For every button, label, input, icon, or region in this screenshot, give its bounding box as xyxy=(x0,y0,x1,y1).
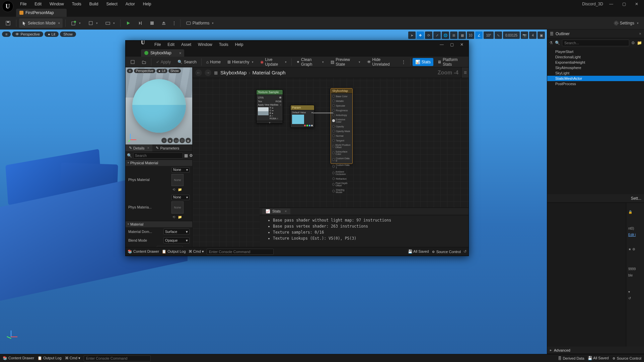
angle-snap[interactable]: ∠ xyxy=(475,32,483,39)
play-options-button[interactable]: ⋮ xyxy=(171,18,177,28)
result-pin-custom-data-0[interactable]: Custom Data 0 xyxy=(332,157,351,162)
viewport-menu-button[interactable]: ≡ xyxy=(2,32,11,37)
node-texture-sample[interactable]: Texture Sample UVs TexRGB Apply View Mip… xyxy=(256,89,283,124)
pin-uvs[interactable]: UVs xyxy=(258,96,264,99)
me-menu-asset[interactable]: Asset xyxy=(178,41,195,48)
output-log-button[interactable]: 📋 Output Log xyxy=(38,356,62,360)
source-control-button[interactable]: ⭘ Source Control xyxy=(612,356,641,360)
me-save-button[interactable] xyxy=(128,58,138,66)
result-pin-base-color[interactable]: Base Color xyxy=(332,95,351,98)
outliner-settings-icon[interactable]: ⚙ xyxy=(631,41,635,45)
ue-logo[interactable]: U xyxy=(2,1,13,12)
pin-b[interactable]: B ● xyxy=(270,112,278,114)
pin-g[interactable]: G ● xyxy=(270,109,278,112)
me-hide-unrelated-button[interactable]: 👁Hide Unrelated xyxy=(364,58,398,66)
outliner-item[interactable]: ExponentialHeight xyxy=(547,60,644,65)
me-preview-perspective[interactable]: Perspective xyxy=(134,69,155,73)
pin-b-out[interactable] xyxy=(309,125,310,126)
grid-snap-value[interactable]: 10 xyxy=(467,32,474,39)
stats-tab-close[interactable]: × xyxy=(285,209,287,214)
blueprint-button[interactable] xyxy=(85,18,100,28)
me-platform-stats-button[interactable]: 🖥Platform Stats xyxy=(435,58,467,66)
me-revision-reset[interactable]: ↺ xyxy=(463,249,467,254)
stats-tab[interactable]: 📈Stats× xyxy=(262,208,290,214)
node-material-result[interactable]: SkyboxMap Base ColorMetallicSpecularRoug… xyxy=(331,88,353,164)
use-selected-icon[interactable]: ⟲ xyxy=(171,187,176,192)
pin-rgb[interactable]: RGB xyxy=(276,100,281,103)
selection-mode-dropdown[interactable]: Selection Mode xyxy=(19,18,63,28)
outliner-item[interactable]: StaticMeshActor xyxy=(547,76,644,81)
pin-a-out[interactable] xyxy=(311,125,313,126)
world-local-toggle[interactable]: 🌐 xyxy=(442,32,449,39)
stop-button[interactable] xyxy=(147,18,157,28)
details-tab[interactable]: ✎Details× xyxy=(126,144,152,152)
preview-shape-cylinder[interactable]: ○ xyxy=(161,138,167,143)
me-browse-button[interactable] xyxy=(139,58,149,66)
me-all-saved-button[interactable]: 💾 All Saved xyxy=(408,249,429,254)
outliner-header[interactable]: ☰ Outliner × xyxy=(547,29,644,38)
outliner-close[interactable]: × xyxy=(639,32,641,36)
detail-edit-link[interactable]: Edit i xyxy=(626,232,644,238)
pin-a[interactable]: A ○ xyxy=(270,115,278,117)
camera-speed[interactable]: 📷 xyxy=(521,32,528,39)
viewport-perspective-button[interactable]: 👁 Perspective xyxy=(12,32,43,37)
platforms-button[interactable]: Platforms xyxy=(183,18,217,28)
me-maximize-button[interactable]: ▢ xyxy=(447,41,456,48)
material-domain-dd[interactable]: Surface▾ xyxy=(163,229,190,235)
detail-lock-icon[interactable]: 🔒 xyxy=(626,209,644,215)
save-button[interactable] xyxy=(3,18,13,28)
settings-button[interactable]: Settings xyxy=(611,18,641,28)
detail-value1[interactable]: 9999 xyxy=(626,266,644,272)
me-console-input[interactable] xyxy=(207,249,274,255)
me-output-log-button[interactable]: 📋 Output Log xyxy=(162,249,186,254)
phys-material-thumb[interactable]: None xyxy=(171,174,184,186)
detail-settings-icons[interactable]: ★ ⚙ xyxy=(626,246,644,252)
browse-to-icon[interactable]: 📁 xyxy=(177,187,182,192)
result-pin-ambient-occlusion[interactable]: Ambient Occlusion xyxy=(332,171,351,175)
advanced-row[interactable]: ▸ Advanced xyxy=(547,347,644,354)
me-asset-tab[interactable]: SkyboxMap × xyxy=(141,49,184,57)
phys-material-mask-thumb[interactable]: None xyxy=(171,201,184,214)
material-editor-window[interactable]: U File Edit Asset Window Tools Help — ▢ … xyxy=(125,40,469,256)
outliner-item[interactable]: PlayerStart xyxy=(547,49,644,54)
me-hierarchy-button[interactable]: ⊞Hierarchy xyxy=(225,58,256,66)
me-apply-button[interactable]: ✔Apply xyxy=(153,58,173,66)
palette-tab[interactable]: ☰ xyxy=(461,67,469,78)
outliner-item[interactable]: PostProcess xyxy=(547,81,644,86)
outliner-item[interactable]: DirectionalLight xyxy=(547,54,644,60)
result-pin-metallic[interactable]: Metallic xyxy=(332,100,351,102)
all-saved-button[interactable]: 💾 All Saved xyxy=(588,356,609,360)
use-selected-icon[interactable]: ⟲ xyxy=(171,215,176,220)
pin-default-value[interactable]: Default Value xyxy=(292,111,306,114)
derived-data-button[interactable]: 🗄 Derived Data xyxy=(558,356,584,360)
menu-help[interactable]: Help xyxy=(139,0,155,8)
preview-shape-plane[interactable]: ▭ xyxy=(173,138,179,143)
eject-button[interactable] xyxy=(159,18,169,28)
me-preview-menu[interactable]: ≡ xyxy=(127,69,133,73)
me-minimize-button[interactable]: — xyxy=(437,41,446,48)
result-pin-opacity-mask[interactable]: Opacity Mask xyxy=(332,130,351,132)
window-minimize-button[interactable]: — xyxy=(606,1,616,7)
play-button[interactable] xyxy=(123,18,133,28)
menu-edit[interactable]: Edit xyxy=(30,0,46,8)
outliner-search-input[interactable] xyxy=(562,40,629,46)
me-preview-viewport[interactable]: ≡ Perspective ● Lit Show ○ ● ▭ □ ◈ xyxy=(126,67,192,144)
window-maximize-button[interactable]: ▢ xyxy=(619,1,629,7)
result-pin-roughness[interactable]: Roughness xyxy=(332,109,351,112)
me-menu-file[interactable]: File xyxy=(151,41,164,48)
menu-file[interactable]: File xyxy=(16,0,30,8)
result-pin-refraction[interactable]: Refraction xyxy=(332,177,351,180)
viewport-show-button[interactable]: Show xyxy=(60,32,76,37)
phys-material-mask-dd[interactable]: None▾ xyxy=(171,195,190,200)
me-preview-show[interactable]: Show xyxy=(168,69,181,73)
graph-nav-back[interactable]: ← xyxy=(195,69,202,76)
window-close-button[interactable]: ✕ xyxy=(632,1,641,7)
user-label[interactable]: Discord_3D xyxy=(582,2,603,6)
me-menu-window[interactable]: Window xyxy=(195,41,216,48)
result-pin-emissive-color[interactable]: Emissive Color xyxy=(332,118,351,123)
select-tool[interactable]: ➤ xyxy=(408,32,416,39)
parameters-tab[interactable]: ✎Parameters xyxy=(152,144,183,152)
physical-material-header[interactable]: Physical Material xyxy=(126,160,192,166)
details-tab-close[interactable]: × xyxy=(147,146,149,150)
cinematics-button[interactable] xyxy=(102,18,118,28)
